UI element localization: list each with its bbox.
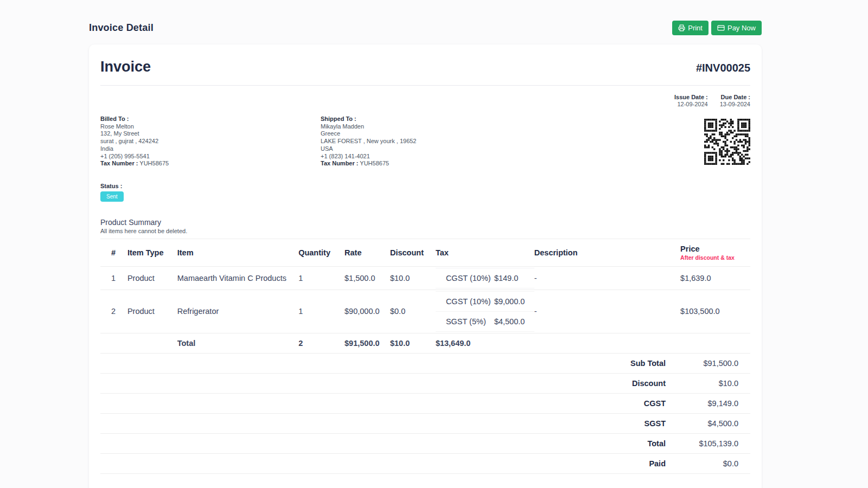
item-name: Refrigerator [177,290,298,333]
billed-to-country: India [100,145,321,153]
paid-row: Paid $0.0 [100,454,750,474]
credit-card-icon [717,24,725,31]
invoice-card: Invoice #INV00025 Issue Date : 12-09-202… [89,44,762,488]
printer-icon [678,24,685,31]
item-tax-cell: CGST (10%) $149.0 [436,266,534,290]
sgst-label: SGST [644,419,666,428]
discount-row: Discount $10.0 [100,374,750,394]
shipped-to-tax-label: Tax Number : [321,160,358,166]
billed-to-address-line: 132, My Street [100,130,321,138]
tax-name: CGST (10%) [446,297,494,306]
shipped-to-block: Shipped To : Mikayla Madden Greece LAKE … [321,115,704,168]
item-description: - [534,266,680,290]
item-price: $103,500.0 [680,290,750,333]
billed-to-phone: +1 (205) 995-5541 [100,153,321,160]
col-header-description: Description [534,239,680,266]
head-divider [100,85,750,86]
parties: Billed To : Rose Melton 132, My Street s… [100,115,750,168]
item-tax-cell: CGST (10%) $9,000.0 SGST (5%) $4,500.0 [436,290,534,333]
qr-code [704,119,750,165]
cgst-row: CGST $9,149.0 [100,394,750,414]
col-header-num: # [100,239,127,266]
due-date: Due Date : 13-09-2024 [720,93,750,108]
col-header-discount: Discount [390,239,436,266]
billed-to-address-line: surat , gujrat , 424242 [100,138,321,145]
invoice-card-head: Invoice #INV00025 [100,59,750,85]
invoice-heading: Invoice [100,59,151,75]
billed-to-tax-label: Tax Number : [100,160,138,166]
tax-row: CGST (10%) $9,000.0 [436,291,534,312]
cgst-value: $9,149.0 [666,399,738,408]
shipped-to-tax: Tax Number : YUH58675 [321,160,704,168]
billed-to-tax-number: YUH58675 [139,160,169,166]
total-label: Total [647,439,666,448]
item-discount: $10.0 [390,266,436,290]
shipped-to-address-line: Greece [321,130,704,138]
item-type: Product [127,290,177,333]
items-header-row: # Item Type Item Quantity Rate Discount … [100,239,750,266]
shipped-to-label: Shipped To : [321,115,704,123]
issue-date: Issue Date : 12-09-2024 [674,93,708,108]
tax-name: CGST (10%) [446,274,494,282]
total-row: Total $105,139.0 [100,434,750,454]
tax-amount: $4,500.0 [494,317,534,326]
item-quantity: 1 [298,290,344,333]
page: Invoice Detail Print Pay Now Invoice #IN… [89,0,762,488]
item-type: Product [127,266,177,290]
top-bar: Invoice Detail Print Pay Now [89,0,762,35]
topbar-actions: Print Pay Now [672,21,762,35]
subtotal-row: Sub Total $91,500.0 [100,354,750,374]
price-header-label: Price [680,245,738,253]
items-total-discount: $10.0 [390,333,436,353]
sgst-row: SGST $4,500.0 [100,414,750,434]
issue-date-label: Issue Date : [674,93,708,101]
product-summary-title: Product Summary [100,218,750,227]
cgst-label: CGST [644,399,666,408]
paid-value: $0.0 [666,459,738,468]
product-summary-head: Product Summary All items here cannot be… [100,218,750,234]
billed-to-name: Rose Melton [100,123,321,131]
item-quantity: 1 [298,266,344,290]
invoice-dates: Issue Date : 12-09-2024 Due Date : 13-09… [100,93,750,108]
issue-date-value: 12-09-2024 [674,101,708,108]
tax-amount: $149.0 [494,274,534,282]
items-total-row: Total 2 $91,500.0 $10.0 $13,649.0 [100,333,750,353]
col-header-item-type: Item Type [127,239,177,266]
items-total-label: Total [177,333,298,353]
item-price: $1,639.0 [680,266,750,290]
col-header-quantity: Quantity [298,239,344,266]
grand-totals: Sub Total $91,500.0 Discount $10.0 CGST … [100,354,750,474]
pay-now-button-label: Pay Now [727,24,756,32]
item-rate: $90,000.0 [344,290,390,333]
print-button[interactable]: Print [672,21,709,35]
col-header-item: Item [177,239,298,266]
items-total-quantity: 2 [298,333,344,353]
billed-to-label: Billed To : [100,115,321,123]
due-date-value: 13-09-2024 [720,101,750,108]
items-table: # Item Type Item Quantity Rate Discount … [100,239,750,354]
shipped-to-address-line: LAKE FOREST , New yourk , 19652 [321,138,704,145]
paid-label: Paid [649,459,666,468]
item-num: 1 [100,266,127,290]
col-header-price: Price After discount & tax [680,239,750,266]
discount-label: Discount [632,379,666,388]
pay-now-button[interactable]: Pay Now [711,21,762,35]
shipped-to-tax-number: YUH58675 [360,160,389,166]
total-value: $105,139.0 [666,439,738,448]
tax-row: CGST (10%) $149.0 [436,268,534,288]
items-total-rate: $91,500.0 [344,333,390,353]
sgst-value: $4,500.0 [666,419,738,428]
item-description: - [534,290,680,333]
item-row: 2 Product Refrigerator 1 $90,000.0 $0.0 … [100,290,750,333]
billed-to-tax: Tax Number : YUH58675 [100,160,321,168]
invoice-number: #INV00025 [696,62,750,75]
col-header-tax: Tax [436,239,534,266]
shipped-to-country: USA [321,145,704,153]
status-badge: Sent [100,191,124,202]
billed-to-block: Billed To : Rose Melton 132, My Street s… [100,115,321,168]
product-summary-subtitle: All items here cannot be deleted. [100,228,750,234]
col-header-rate: Rate [344,239,390,266]
item-name: Mamaearth Vitamin C Products [177,266,298,290]
item-row: 1 Product Mamaearth Vitamin C Products 1… [100,266,750,290]
tax-amount: $9,000.0 [494,297,534,306]
